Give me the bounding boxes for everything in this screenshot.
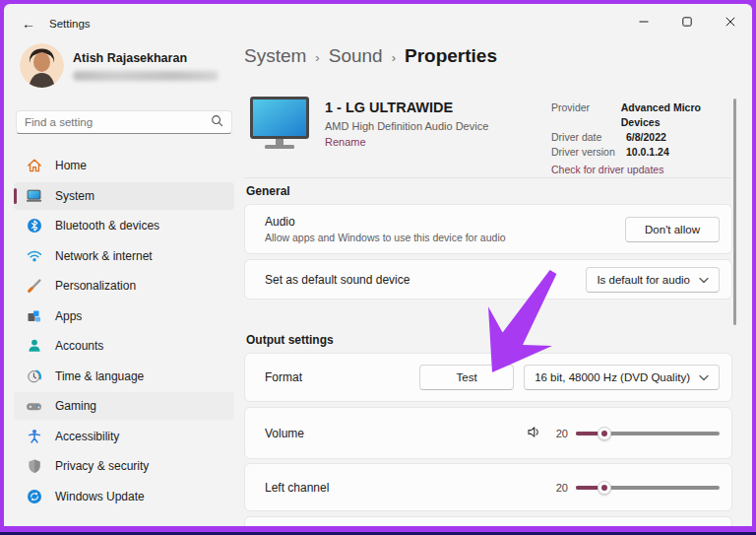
sidebar-item-label: Network & internet [55, 249, 153, 263]
driver-row-date: Driver date 6/8/2022 [551, 130, 734, 145]
format-card: Format Test 16 bit, 48000 Hz (DVD Qualit… [244, 353, 732, 402]
next-card-partial [244, 516, 732, 526]
driver-label: Driver date [551, 130, 626, 145]
sidebar-nav: Home System Bluetooth & devices Network … [14, 152, 234, 510]
sidebar-item-label: Personalization [55, 279, 136, 293]
left-channel-card: Left channel 20 [244, 463, 732, 511]
back-icon: ← [22, 16, 35, 32]
sidebar-item-label: Time & language [55, 369, 144, 383]
sidebar-item-bluetooth-devices[interactable]: Bluetooth & devices [14, 212, 234, 239]
test-button[interactable]: Test [419, 365, 514, 390]
section-divider [244, 177, 732, 178]
breadcrumb: System › Sound › Properties [244, 45, 497, 67]
format-dropdown-value: 16 bit, 48000 Hz (DVD Quality) [535, 371, 690, 383]
sidebar-item-label: Bluetooth & devices [55, 219, 159, 233]
rename-link[interactable]: Rename [325, 136, 366, 148]
chevron-down-icon [699, 274, 709, 286]
speaker-icon[interactable] [526, 424, 542, 443]
default-audio-dropdown[interactable]: Is default for audio [586, 267, 720, 293]
sidebar-item-windows-update[interactable]: Windows Update [14, 483, 234, 510]
driver-label: Provider [551, 100, 621, 130]
scrollbar[interactable] [733, 99, 736, 325]
default-audio-dropdown-value: Is default for audio [597, 274, 690, 286]
search-input[interactable] [25, 116, 211, 128]
driver-row-version: Driver version 10.0.1.24 [551, 145, 734, 160]
bluetooth-icon [26, 218, 42, 234]
sidebar-item-personalization[interactable]: Personalization [14, 272, 234, 300]
dont-allow-button[interactable]: Don't allow [625, 217, 720, 242]
breadcrumb-sound[interactable]: Sound [329, 45, 383, 67]
maximize-icon [682, 17, 692, 27]
left-channel-value: 20 [550, 482, 568, 494]
volume-slider[interactable] [576, 426, 720, 441]
window-title: Settings [49, 18, 91, 30]
window-controls [622, 4, 752, 39]
home-icon [26, 158, 42, 174]
shield-icon [26, 458, 42, 475]
sidebar-item-label: Apps [55, 309, 82, 323]
default-device-card: Set as default sound device Is default f… [244, 259, 732, 300]
format-dropdown[interactable]: 16 bit, 48000 Hz (DVD Quality) [524, 365, 720, 390]
maximize-button[interactable] [665, 4, 709, 39]
sidebar-item-apps[interactable]: Apps [14, 302, 234, 330]
paintbrush-icon [26, 278, 42, 295]
sidebar-item-label: Windows Update [55, 490, 145, 503]
general-section-title: General [246, 184, 290, 198]
sidebar-item-time-language[interactable]: Time & language [14, 363, 234, 390]
sidebar-item-accessibility[interactable]: Accessibility [14, 423, 234, 450]
wifi-icon [26, 247, 42, 264]
back-button[interactable]: ← [12, 11, 45, 36]
driver-value: 10.0.1.24 [626, 145, 669, 160]
person-icon [26, 338, 42, 355]
volume-label: Volume [265, 427, 526, 440]
sidebar-item-label: Home [55, 159, 87, 172]
main-content: System › Sound › Properties 1 - LG UL [244, 43, 752, 526]
left-channel-slider-thumb[interactable] [598, 481, 611, 495]
sidebar-item-network-internet[interactable]: Network & internet [14, 242, 234, 270]
sidebar-item-label: Privacy & security [55, 459, 149, 473]
check-driver-updates-link[interactable]: Check for driver updates [551, 164, 734, 175]
audio-card: Audio Allow apps and Windows to use this… [244, 204, 732, 254]
profile-email-blurred [73, 71, 219, 81]
default-device-label: Set as default sound device [265, 273, 586, 287]
driver-info: Provider Advanced Micro Devices Driver d… [551, 100, 734, 175]
breadcrumb-system[interactable]: System [244, 45, 306, 67]
sidebar-item-home[interactable]: Home [14, 152, 234, 179]
driver-value: 6/8/2022 [626, 130, 666, 145]
avatar [20, 43, 64, 88]
audio-description: Allow apps and Windows to use this devic… [265, 232, 625, 243]
minimize-icon [639, 17, 649, 27]
left-channel-label: Left channel [265, 481, 550, 495]
device-subtitle: AMD High Definition Audio Device [325, 120, 488, 132]
screenshot-frame: ← Settings [0, 0, 756, 535]
format-label: Format [265, 370, 419, 384]
sidebar-item-label: Gaming [55, 399, 96, 413]
close-button[interactable] [709, 4, 752, 39]
breadcrumb-separator: › [315, 48, 319, 65]
sidebar-item-accounts[interactable]: Accounts [14, 332, 234, 360]
audio-title: Audio [265, 215, 625, 229]
chevron-down-icon [699, 371, 709, 383]
sidebar-item-privacy-security[interactable]: Privacy & security [14, 452, 234, 480]
left-channel-slider[interactable] [576, 480, 720, 496]
driver-label: Driver version [551, 145, 626, 160]
apps-icon [26, 307, 42, 324]
volume-slider-thumb[interactable] [598, 427, 611, 440]
clock-globe-icon [26, 368, 42, 384]
monitor-icon [248, 96, 311, 154]
sidebar-item-system[interactable]: System [14, 182, 234, 210]
settings-window: ← Settings [4, 4, 752, 526]
profile-name: Atish Rajasekharan [73, 51, 187, 65]
search-box[interactable] [16, 110, 232, 134]
sidebar: Atish Rajasekharan Home [4, 43, 244, 526]
update-icon [26, 488, 42, 504]
volume-card: Volume 20 [244, 407, 732, 459]
sidebar-item-gaming[interactable]: Gaming [14, 392, 234, 420]
minimize-button[interactable] [622, 4, 665, 39]
close-icon [725, 17, 735, 27]
search-icon [211, 114, 223, 130]
driver-value: Advanced Micro Devices [621, 100, 734, 130]
profile-section[interactable]: Atish Rajasekharan [14, 43, 234, 97]
sidebar-item-label: Accessibility [55, 430, 119, 443]
breadcrumb-properties: Properties [405, 45, 497, 67]
